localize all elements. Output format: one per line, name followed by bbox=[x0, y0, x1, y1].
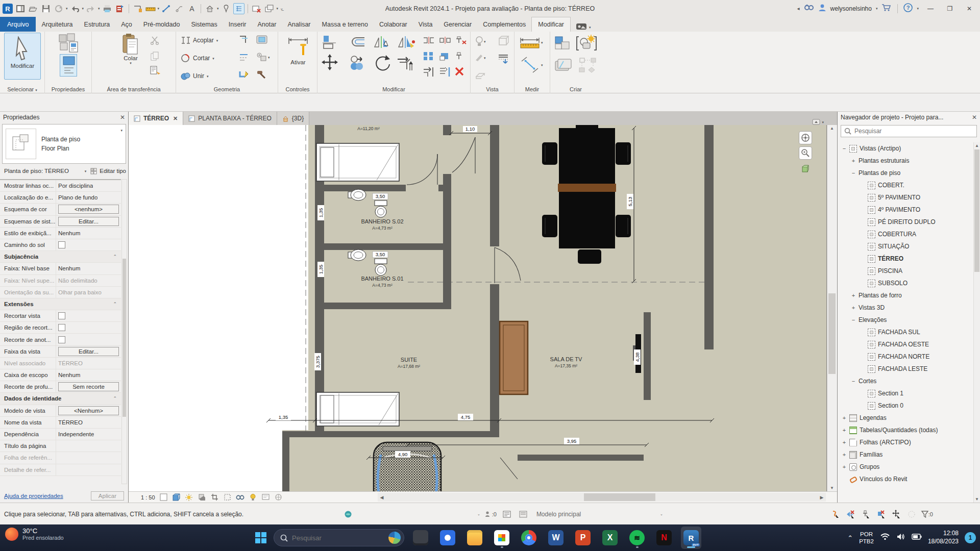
browser-close-icon[interactable]: ✕ bbox=[972, 114, 977, 121]
panel-label-area-transferencia[interactable]: Área de transferência bbox=[92, 86, 176, 92]
type-selector[interactable]: Planta de piso Floor Plan ▾ bbox=[2, 124, 126, 164]
show-crop-region-icon[interactable] bbox=[223, 493, 232, 502]
edit-type-button[interactable]: Editar tipo bbox=[90, 168, 126, 174]
worksharing-status-icon[interactable] bbox=[342, 509, 354, 520]
tag-icon[interactable] bbox=[174, 3, 185, 14]
tree-item[interactable]: FACHADA OESTE bbox=[838, 338, 973, 350]
panel-label-selecionar[interactable]: Selecionar ▾ bbox=[0, 86, 44, 92]
release-worksets-icon[interactable] bbox=[829, 509, 841, 520]
language-indicator[interactable]: POR PTB2 bbox=[859, 531, 874, 545]
sync-caret[interactable]: ▾ bbox=[66, 7, 68, 10]
visual-style-icon[interactable] bbox=[172, 493, 181, 502]
match-type-icon[interactable] bbox=[150, 65, 161, 76]
view-tab-terreo[interactable]: TÉRREO ✕ bbox=[129, 112, 183, 125]
toilet[interactable] bbox=[375, 259, 387, 276]
panel-label-modificar[interactable]: Modificar bbox=[317, 86, 470, 92]
property-row[interactable]: Dependência Independente bbox=[0, 429, 121, 440]
panel-label-geometria[interactable]: Geometria bbox=[176, 86, 278, 92]
tree-item[interactable]: + Legendas bbox=[838, 412, 973, 424]
ribbon-tab[interactable]: Sistemas bbox=[185, 17, 223, 32]
tree-item[interactable]: + Plantas de forro bbox=[838, 289, 973, 302]
tab-arquivo[interactable]: Arquivo bbox=[0, 17, 36, 32]
join-button[interactable]: Unir▾ bbox=[180, 71, 209, 81]
taskbar-search-input[interactable] bbox=[292, 534, 384, 542]
tree-item[interactable]: − Plantas de piso bbox=[838, 167, 973, 179]
linework-icon[interactable] bbox=[256, 35, 268, 45]
split-gap-icon[interactable] bbox=[439, 36, 451, 45]
bed[interactable] bbox=[316, 392, 399, 426]
properties-close-icon[interactable]: ✕ bbox=[120, 114, 125, 121]
aligned-dimension-icon[interactable] bbox=[161, 3, 172, 14]
property-row[interactable]: Região de recort... bbox=[0, 322, 121, 334]
tray-chevron-icon[interactable]: ⌃ bbox=[847, 534, 853, 542]
delete-icon[interactable] bbox=[454, 66, 464, 77]
tree-item[interactable]: Section 1 bbox=[838, 387, 973, 399]
trim-extend-single-icon[interactable] bbox=[423, 66, 436, 78]
view-tab-list-icon[interactable]: ▾ bbox=[812, 119, 824, 125]
start-button[interactable] bbox=[254, 531, 267, 544]
copy-icon[interactable] bbox=[150, 51, 159, 61]
property-row[interactable]: Esquema de cor <nenhum> bbox=[0, 204, 121, 215]
wall-joins-icon[interactable] bbox=[238, 35, 250, 45]
ribbon-tab[interactable]: Anotar bbox=[252, 17, 282, 32]
design-options-edit-icon[interactable] bbox=[517, 509, 529, 520]
tree-item[interactable]: FACHADA NORTE bbox=[838, 350, 973, 363]
property-row[interactable]: Detalhe de refer... bbox=[0, 464, 121, 476]
property-row[interactable]: Caixa de escopo Nenhum bbox=[0, 369, 121, 381]
property-row[interactable]: Recorte de anot... bbox=[0, 334, 121, 345]
tree-item[interactable]: − Cortes bbox=[838, 375, 973, 387]
help-caret[interactable]: ▾ bbox=[917, 7, 919, 10]
ribbon-tab[interactable]: Gerenciar bbox=[438, 17, 477, 32]
cope-button[interactable]: Acoplar▾ bbox=[180, 36, 218, 45]
chrome-app-icon[interactable] bbox=[519, 527, 539, 549]
tree-item[interactable]: COBERT. bbox=[838, 179, 973, 191]
properties-scrollbar[interactable] bbox=[121, 179, 127, 484]
close-doc-icon[interactable] bbox=[114, 3, 126, 14]
property-row[interactable]: Localização do e... Plano de fundo bbox=[0, 192, 121, 204]
create-parts-icon[interactable] bbox=[578, 56, 598, 73]
property-row[interactable]: Estilo de exibiçã... Nenhum bbox=[0, 228, 121, 239]
signed-in-user[interactable]: welysonelsinho bbox=[830, 5, 872, 12]
explorer-app-icon[interactable] bbox=[464, 527, 485, 549]
user-caret[interactable]: ▾ bbox=[876, 7, 878, 10]
split-icon[interactable] bbox=[423, 36, 435, 45]
view-cube-icon[interactable] bbox=[801, 165, 810, 173]
browser-search-input[interactable] bbox=[854, 128, 973, 135]
create-group-icon[interactable] bbox=[553, 35, 572, 52]
ribbon-tab[interactable]: Pré-moldado bbox=[138, 17, 186, 32]
floor-plan[interactable]: 1,35 4,75 3,95 4,90 1,10 3,50 3,50 1,35 … bbox=[129, 125, 827, 491]
tree-item[interactable]: + Grupos bbox=[838, 461, 973, 473]
tree-item[interactable]: − Vistas (Arctipo) bbox=[838, 142, 973, 155]
weather-widget[interactable]: 30°C Pred ensolarado bbox=[5, 527, 64, 541]
panel-label-medir[interactable]: Medir bbox=[514, 86, 550, 92]
panel-label-criar[interactable]: Criar bbox=[550, 86, 601, 92]
cut-profile-icon[interactable]: ▾ bbox=[256, 52, 270, 62]
properties-help-link[interactable]: Ajuda de propriedades bbox=[4, 493, 63, 499]
measure-icon[interactable] bbox=[145, 3, 156, 14]
rotate-icon[interactable] bbox=[373, 54, 391, 71]
panel-label-propriedades[interactable]: Propriedades bbox=[45, 86, 91, 92]
redo-icon[interactable] bbox=[85, 3, 96, 14]
tree-item[interactable]: 5º PAVIMENTO bbox=[838, 191, 973, 204]
view-tab-planta-baixa[interactable]: PLANTA BAIXA - TÉRREO bbox=[183, 112, 277, 125]
trim-extend-multi-icon[interactable] bbox=[439, 66, 452, 78]
notification-badge[interactable]: 1 bbox=[965, 532, 976, 543]
ribbon-tab[interactable]: Arquitetura bbox=[36, 17, 78, 32]
clock[interactable]: 12:08 18/08/2023 bbox=[928, 530, 959, 545]
browser-search[interactable] bbox=[841, 125, 977, 137]
apply-button[interactable]: Aplicar bbox=[91, 491, 124, 500]
measure-between-icon[interactable]: ▾ bbox=[519, 36, 543, 49]
reveal-hidden-icon[interactable] bbox=[249, 493, 257, 502]
select-underlay-toggle-icon[interactable] bbox=[860, 509, 872, 520]
unpin-icon[interactable] bbox=[454, 36, 468, 45]
restore-button[interactable]: ❐ bbox=[942, 2, 958, 15]
tree-item[interactable]: SUBSOLO bbox=[838, 277, 973, 289]
panel-label-controles[interactable]: Controles bbox=[278, 86, 317, 92]
ribbon-tab[interactable]: Inserir bbox=[223, 17, 252, 32]
tree-item[interactable]: 4º PAVIMENTO bbox=[838, 204, 973, 216]
collapse-arrow-icon[interactable]: ◂ bbox=[797, 6, 800, 11]
property-row[interactable]: Faixa: Nível base Nenhum bbox=[0, 263, 121, 274]
tree-item[interactable]: + Folhas (ARCTIPO) bbox=[838, 436, 973, 448]
tree-item[interactable]: + Tabelas/Quantidades (todas) bbox=[838, 424, 973, 436]
tree-item[interactable]: FACHADA LESTE bbox=[838, 363, 973, 375]
